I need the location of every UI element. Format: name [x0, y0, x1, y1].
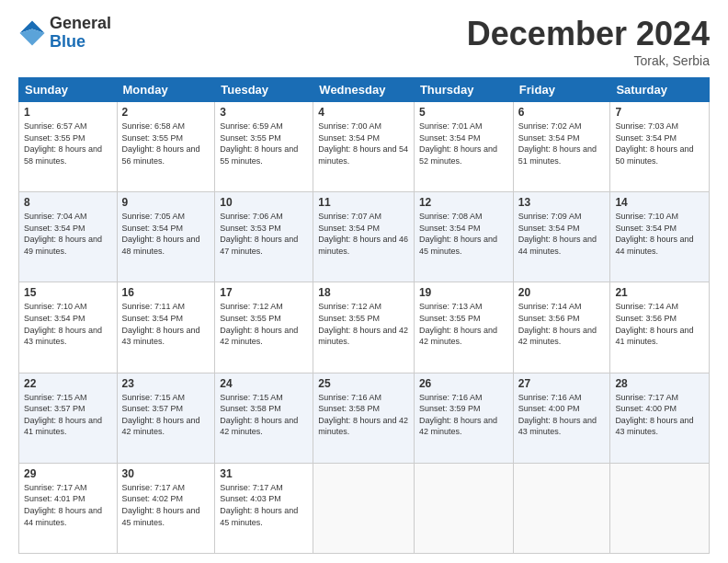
- col-saturday: Saturday: [610, 78, 710, 102]
- week-3: 15 Sunrise: 7:10 AMSunset: 3:54 PMDaylig…: [19, 282, 710, 373]
- day-11: 11 Sunrise: 7:07 AMSunset: 3:54 PMDaylig…: [313, 192, 415, 282]
- day-18: 18 Sunrise: 7:12 AMSunset: 3:55 PMDaylig…: [313, 282, 415, 373]
- calendar-header-row: Sunday Monday Tuesday Wednesday Thursday…: [19, 78, 710, 102]
- day-5: 5 Sunrise: 7:01 AMSunset: 3:54 PMDayligh…: [414, 102, 513, 192]
- empty-cell-2: [414, 463, 513, 553]
- day-8: 8 Sunrise: 7:04 AMSunset: 3:54 PMDayligh…: [19, 192, 118, 282]
- week-4: 22 Sunrise: 7:15 AMSunset: 3:57 PMDaylig…: [19, 373, 710, 463]
- day-20: 20 Sunrise: 7:14 AMSunset: 3:56 PMDaylig…: [513, 282, 610, 373]
- col-monday: Monday: [117, 78, 215, 102]
- day-1: 1 Sunrise: 6:57 AMSunset: 3:55 PMDayligh…: [19, 102, 118, 192]
- day-16: 16 Sunrise: 7:11 AMSunset: 3:54 PMDaylig…: [117, 282, 215, 373]
- day-15: 15 Sunrise: 7:10 AMSunset: 3:54 PMDaylig…: [19, 282, 118, 373]
- col-friday: Friday: [513, 78, 610, 102]
- calendar: Sunday Monday Tuesday Wednesday Thursday…: [18, 77, 710, 554]
- day-24: 24 Sunrise: 7:15 AMSunset: 3:58 PMDaylig…: [215, 373, 313, 463]
- day-23: 23 Sunrise: 7:15 AMSunset: 3:57 PMDaylig…: [117, 373, 215, 463]
- day-19: 19 Sunrise: 7:13 AMSunset: 3:55 PMDaylig…: [414, 282, 513, 373]
- empty-cell-3: [513, 463, 610, 553]
- day-14: 14 Sunrise: 7:10 AMSunset: 3:54 PMDaylig…: [610, 192, 710, 282]
- col-sunday: Sunday: [19, 78, 118, 102]
- day-26: 26 Sunrise: 7:16 AMSunset: 3:59 PMDaylig…: [414, 373, 513, 463]
- col-wednesday: Wednesday: [313, 78, 415, 102]
- logo-blue: Blue: [50, 33, 111, 52]
- logo: General Blue: [18, 15, 111, 52]
- day-6: 6 Sunrise: 7:02 AMSunset: 3:54 PMDayligh…: [513, 102, 610, 192]
- day-21: 21 Sunrise: 7:14 AMSunset: 3:56 PMDaylig…: [610, 282, 710, 373]
- location: Torak, Serbia: [467, 53, 710, 68]
- day-27: 27 Sunrise: 7:16 AMSunset: 4:00 PMDaylig…: [513, 373, 610, 463]
- col-thursday: Thursday: [414, 78, 513, 102]
- empty-cell-1: [313, 463, 415, 553]
- week-5: 29 Sunrise: 7:17 AMSunset: 4:01 PMDaylig…: [19, 463, 710, 553]
- day-13: 13 Sunrise: 7:09 AMSunset: 3:54 PMDaylig…: [513, 192, 610, 282]
- logo-text: General Blue: [50, 15, 111, 52]
- day-10: 10 Sunrise: 7:06 AMSunset: 3:53 PMDaylig…: [215, 192, 313, 282]
- day-4: 4 Sunrise: 7:00 AMSunset: 3:54 PMDayligh…: [313, 102, 415, 192]
- day-7: 7 Sunrise: 7:03 AMSunset: 3:54 PMDayligh…: [610, 102, 710, 192]
- day-28: 28 Sunrise: 7:17 AMSunset: 4:00 PMDaylig…: [610, 373, 710, 463]
- day-9: 9 Sunrise: 7:05 AMSunset: 3:54 PMDayligh…: [117, 192, 215, 282]
- day-30: 30 Sunrise: 7:17 AMSunset: 4:02 PMDaylig…: [117, 463, 215, 553]
- header: General Blue December 2024 Torak, Serbia: [18, 15, 710, 68]
- day-25: 25 Sunrise: 7:16 AMSunset: 3:58 PMDaylig…: [313, 373, 415, 463]
- day-17: 17 Sunrise: 7:12 AMSunset: 3:55 PMDaylig…: [215, 282, 313, 373]
- day-22: 22 Sunrise: 7:15 AMSunset: 3:57 PMDaylig…: [19, 373, 118, 463]
- week-1: 1 Sunrise: 6:57 AMSunset: 3:55 PMDayligh…: [19, 102, 710, 192]
- empty-cell-4: [610, 463, 710, 553]
- day-29: 29 Sunrise: 7:17 AMSunset: 4:01 PMDaylig…: [19, 463, 118, 553]
- month-title: December 2024: [467, 15, 710, 53]
- col-tuesday: Tuesday: [215, 78, 313, 102]
- day-3: 3 Sunrise: 6:59 AMSunset: 3:55 PMDayligh…: [215, 102, 313, 192]
- page: General Blue December 2024 Torak, Serbia…: [0, 0, 728, 563]
- day-12: 12 Sunrise: 7:08 AMSunset: 3:54 PMDaylig…: [414, 192, 513, 282]
- logo-icon: [18, 19, 46, 47]
- week-2: 8 Sunrise: 7:04 AMSunset: 3:54 PMDayligh…: [19, 192, 710, 282]
- day-31: 31 Sunrise: 7:17 AMSunset: 4:03 PMDaylig…: [215, 463, 313, 553]
- day-2: 2 Sunrise: 6:58 AMSunset: 3:55 PMDayligh…: [117, 102, 215, 192]
- title-block: December 2024 Torak, Serbia: [467, 15, 710, 68]
- logo-general: General: [50, 15, 111, 33]
